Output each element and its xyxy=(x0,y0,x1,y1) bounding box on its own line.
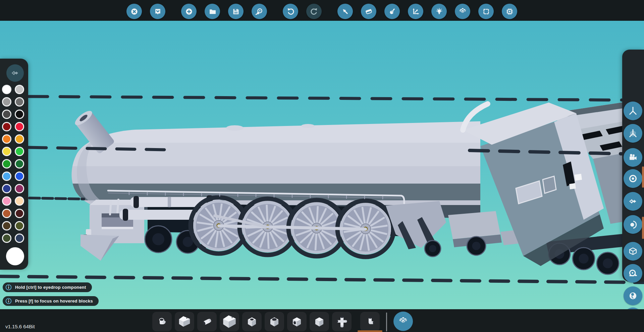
color-swatch-rust-brown[interactable] xyxy=(2,209,11,218)
toolbar-button-save[interactable] xyxy=(228,4,244,19)
toolbar-button-load[interactable] xyxy=(205,4,220,19)
color-swatch-light-gray[interactable] xyxy=(15,85,24,94)
undo-arrow-icon xyxy=(286,7,295,16)
color-palette-panel xyxy=(0,59,28,270)
cube-outline-icon xyxy=(628,246,638,257)
color-swatch-orange[interactable] xyxy=(2,134,11,144)
info-icon xyxy=(5,284,12,291)
block-box xyxy=(177,314,192,329)
floppy-disk-icon xyxy=(231,7,240,16)
color-swatch-sky-blue[interactable] xyxy=(2,172,11,181)
hotbar-slot-block-hole-top-large[interactable] xyxy=(265,312,284,331)
block-pipe-short xyxy=(199,314,215,329)
paint-brush-icon xyxy=(388,7,397,16)
toolbar-button-transform-tool[interactable] xyxy=(408,4,423,19)
color-swatch-gray[interactable] xyxy=(2,97,11,107)
color-swatch-olive-green[interactable] xyxy=(2,234,11,243)
color-swatch-dark-brown[interactable] xyxy=(2,221,11,230)
color-swatch-amber[interactable] xyxy=(15,134,24,144)
color-swatch-red[interactable] xyxy=(15,122,24,131)
toolbar-button-select-tool[interactable] xyxy=(337,4,353,19)
axes-tripod-icon xyxy=(628,106,638,116)
eraser-icon xyxy=(364,7,373,16)
right-toolbar-button-focus-target[interactable] xyxy=(624,169,642,188)
hotbar-slot-pipe-valve[interactable] xyxy=(332,312,352,331)
color-swatch-magenta[interactable] xyxy=(15,184,24,193)
hotbar-slot-pipe-stub[interactable] xyxy=(152,312,172,331)
orange-indicator-top xyxy=(642,167,644,188)
color-swatch-forest-green[interactable] xyxy=(15,159,24,169)
right-toolbar-button-mirror-mode[interactable] xyxy=(624,192,642,211)
hotbar-slot-box-block-large[interactable] xyxy=(220,312,239,331)
toolbar-button-light-tool[interactable] xyxy=(431,4,447,19)
right-toolbar-button-view-axes-cube[interactable] xyxy=(624,124,642,143)
toolbar-button-select-area-tool[interactable] xyxy=(478,4,494,19)
tooltip-focus-text: Press [f] to focus on hovered blocks xyxy=(15,298,93,304)
block-cube xyxy=(312,314,327,329)
hotbar-slot-pipe-elbow[interactable] xyxy=(360,312,380,331)
right-toolbar-button-orbit-view[interactable] xyxy=(624,215,642,234)
right-toolbar-button-bounding-box[interactable] xyxy=(624,242,642,261)
stormworks-build-screen: Hold [ctrl] to eyedrop component Press [… xyxy=(0,0,644,332)
color-swatch-bright-green[interactable] xyxy=(15,147,24,156)
toolbar-button-steam-workshop[interactable] xyxy=(252,4,267,19)
bottom-bar: v1.15.6 64Bit xyxy=(0,309,644,332)
block-pipe-valve xyxy=(334,314,350,329)
axis-arrows-icon xyxy=(411,7,420,16)
axes-cube-icon xyxy=(628,128,638,139)
color-swatch-slate-blue[interactable] xyxy=(15,234,24,243)
info-icon xyxy=(5,297,12,305)
color-swatch-yellow[interactable] xyxy=(2,147,11,156)
color-swatch-pink[interactable] xyxy=(2,196,11,206)
folder-icon xyxy=(208,7,217,16)
hotbar-slot-box-block[interactable] xyxy=(175,312,194,331)
selected-slot-indicator xyxy=(358,330,382,332)
planet-icon xyxy=(628,290,638,301)
toolbar-button-redo[interactable] xyxy=(306,4,322,19)
cube-cluster-icon xyxy=(458,7,467,16)
right-toolbar-button-camera-mode[interactable] xyxy=(624,148,642,167)
toolbar-button-workshop-download[interactable] xyxy=(150,4,165,19)
color-swatch-dark-red[interactable] xyxy=(2,122,11,131)
toolbar-button-blocks-tool[interactable] xyxy=(455,4,470,19)
color-swatch-olive[interactable] xyxy=(15,221,24,230)
color-swatch-navy[interactable] xyxy=(2,184,11,193)
swap-arrows-icon xyxy=(10,68,20,78)
toolbar-button-microcontroller-tool[interactable] xyxy=(502,4,517,19)
current-color-indicator[interactable] xyxy=(6,247,24,265)
orbit-dot-icon xyxy=(628,219,638,230)
firebox-wheel xyxy=(425,241,441,257)
right-toolbar-button-environment[interactable] xyxy=(624,286,642,305)
build-viewport[interactable] xyxy=(0,0,644,332)
color-swatch-mid-gray[interactable] xyxy=(15,97,24,107)
toolbar-button-paint-tool[interactable] xyxy=(384,4,400,19)
block-hole-top-large xyxy=(267,314,282,329)
color-swatch-dark-maroon[interactable] xyxy=(15,209,24,218)
palette-mirror-button[interactable] xyxy=(6,64,24,82)
toolbar-button-close[interactable] xyxy=(126,4,142,19)
hotbar-slot-block-hole-top[interactable] xyxy=(242,312,262,331)
tooltip-eyedrop-text: Hold [ctrl] to eyedrop component xyxy=(15,285,86,290)
right-toolbar-button-view-axes[interactable] xyxy=(624,102,642,120)
color-swatch-peach[interactable] xyxy=(15,196,24,206)
orange-indicator-bottom xyxy=(642,217,644,239)
color-swatch-green[interactable] xyxy=(2,159,11,169)
block-pipe-elbow xyxy=(362,314,378,329)
color-swatch-blue[interactable] xyxy=(15,172,24,181)
cursor-arrow-icon xyxy=(341,7,350,16)
chip-icon xyxy=(505,7,514,16)
right-toolbar-button-measure[interactable] xyxy=(624,264,642,283)
toolbar-button-undo[interactable] xyxy=(283,4,298,19)
hotbar-slot-block-cube[interactable] xyxy=(310,312,329,331)
color-swatch-white[interactable] xyxy=(2,85,11,94)
toolbar-button-erase-tool[interactable] xyxy=(361,4,376,19)
video-camera-icon xyxy=(628,152,638,163)
color-swatch-dark-gray[interactable] xyxy=(2,110,11,119)
hotbar-slot-block-hole-side[interactable] xyxy=(287,312,307,331)
boundary-dash-low-left xyxy=(30,198,84,199)
toolbar-button-new-vehicle[interactable] xyxy=(181,4,197,19)
inventory-button[interactable] xyxy=(393,312,413,331)
color-swatch-black[interactable] xyxy=(15,110,24,119)
hotbar-slot-pipe-short[interactable] xyxy=(197,312,217,331)
light-bulb-icon xyxy=(435,7,444,16)
